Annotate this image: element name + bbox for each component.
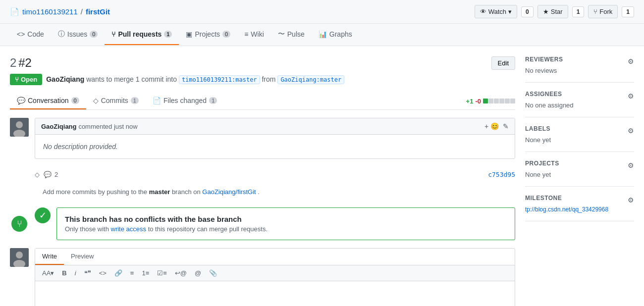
- tab-pull-requests-label: Pull requests: [118, 30, 161, 38]
- write-textarea[interactable]: [35, 281, 515, 306]
- comment-actions: + 😊 ✎: [484, 122, 509, 130]
- tab-pull-requests[interactable]: ⑂ Pull requests 1: [105, 24, 179, 45]
- diff-stats: +1 -0: [466, 98, 515, 105]
- write-access-link[interactable]: write access: [111, 225, 147, 233]
- commit-count: 2: [54, 171, 58, 178]
- merge-section: ⑂ ✓ This branch has no conflicts with th…: [10, 207, 515, 240]
- pr-source-branch[interactable]: GaoZiqiang:master: [277, 75, 344, 84]
- tab-wiki-label: Wiki: [251, 30, 264, 38]
- repo-separator: /: [81, 7, 83, 16]
- diff-block-6: [510, 99, 515, 103]
- tab-commits[interactable]: ◇ Commits 1: [86, 93, 146, 109]
- bold-tool[interactable]: B: [60, 268, 68, 278]
- tab-conversation-label: Conversation: [28, 97, 69, 104]
- diff-block-1: [483, 99, 488, 103]
- milestone-gear-icon[interactable]: ⚙: [628, 196, 634, 204]
- tab-conversation[interactable]: 💬 Conversation 0: [10, 93, 86, 109]
- diff-blocks: [483, 99, 515, 103]
- nav-tabs: <> Code ⓘ Issues 0 ⑂ Pull requests 1 ▣ P…: [0, 24, 644, 46]
- commit-hash[interactable]: c753d95: [488, 171, 515, 178]
- repo-header: 📄 timo1160139211 / firstGit 👁 Watch ▾ 0 …: [0, 0, 644, 24]
- pr-target-branch[interactable]: timo1160139211:master: [179, 75, 260, 84]
- comment-meta: GaoZiqiang commented just now: [41, 122, 138, 130]
- unordered-list-tool[interactable]: ≡: [128, 268, 136, 278]
- write-toolbar: AA▾ B i ❝❞ <> 🔗 ≡ 1≡ ☑≡ ↩@ @ 📎: [35, 265, 515, 281]
- watch-button[interactable]: 👁 Watch ▾: [475, 5, 517, 18]
- merge-box: This branch has no conflicts with the ba…: [56, 207, 515, 240]
- wiki-icon: ≡: [244, 30, 248, 38]
- sidebar-projects-value: None yet: [525, 171, 634, 178]
- edit-comment-button[interactable]: ✎: [503, 122, 509, 130]
- repo-file-icon: 📄: [10, 7, 19, 16]
- content-right: Reviewers ⚙ No reviews Assignees ⚙ No on…: [525, 56, 634, 306]
- sidebar-projects-title: Projects: [525, 160, 559, 167]
- svg-point-1: [16, 121, 23, 128]
- write-avatar-area: [10, 248, 29, 306]
- attach-tool[interactable]: 📎: [207, 268, 219, 278]
- projects-icon: ▣: [186, 30, 192, 38]
- emoji-tool[interactable]: @: [193, 268, 203, 278]
- merge-left-icon-area: ⑂: [10, 207, 29, 240]
- mention-tool[interactable]: ↩@: [173, 268, 189, 278]
- watermark-text: tp://blog.csdn.net/qq_33429968: [525, 206, 608, 213]
- tab-issues-label: Issues: [67, 30, 87, 38]
- sidebar-labels: Labels ⚙ None yet: [525, 125, 634, 152]
- write-avatar: [10, 248, 29, 267]
- tab-code[interactable]: <> Code: [10, 24, 51, 45]
- star-label: Star: [551, 8, 563, 15]
- merge-content: ✓ This branch has no conflicts with the …: [35, 207, 515, 240]
- merge-check-icon: ✓: [35, 207, 51, 223]
- edit-button[interactable]: Edit: [491, 56, 515, 70]
- files-count: 1: [209, 97, 217, 104]
- ordered-list-tool[interactable]: 1≡: [140, 268, 151, 278]
- pr-meta-text: GaoZiqiang wants to merge 1 commit into …: [46, 75, 344, 84]
- reviewers-gear-icon[interactable]: ⚙: [628, 57, 634, 65]
- pr-icon-small: ⑂: [15, 76, 19, 83]
- comment-header: GaoZiqiang commented just now + 😊 ✎: [35, 118, 515, 135]
- sub-tabs-left: 💬 Conversation 0 ◇ Commits 1 📄 Files cha…: [10, 93, 224, 109]
- tab-graphs[interactable]: 📊 Graphs: [312, 24, 359, 45]
- diff-deletions: -0: [475, 98, 481, 105]
- tab-pulse[interactable]: 〜 Pulse: [271, 24, 312, 46]
- repo-name-link[interactable]: firstGit: [86, 7, 110, 16]
- commit-circle-icon: ◇: [35, 171, 40, 178]
- link-tool[interactable]: 🔗: [112, 268, 124, 278]
- tab-projects-label: Projects: [195, 30, 220, 38]
- sidebar-milestone-header: Milestone ⚙: [525, 195, 634, 205]
- tab-pulse-label: Pulse: [287, 30, 305, 38]
- diff-additions: +1: [466, 98, 474, 105]
- projects-gear-icon[interactable]: ⚙: [628, 161, 634, 169]
- quote-tool[interactable]: ❝❞: [82, 268, 93, 278]
- write-tab-preview[interactable]: Preview: [64, 249, 101, 265]
- commit-line: ◇ 💬 2 c753d95: [10, 167, 515, 182]
- tab-projects[interactable]: ▣ Projects 0: [179, 24, 237, 45]
- sidebar-reviewers-title: Reviewers: [525, 56, 563, 63]
- commits-icon: ◇: [93, 97, 99, 104]
- fork-button[interactable]: ⑂ Fork: [588, 5, 618, 18]
- tab-issues[interactable]: ⓘ Issues 0: [51, 24, 105, 46]
- task-list-tool[interactable]: ☑≡: [155, 268, 169, 278]
- labels-gear-icon[interactable]: ⚙: [628, 127, 634, 135]
- tab-files-label: Files changed: [163, 97, 207, 104]
- sidebar-assignees-title: Assignees: [525, 91, 562, 98]
- comment-time: commented just now: [78, 123, 137, 130]
- pr-author: GaoZiqiang: [46, 75, 84, 83]
- code-tool[interactable]: <>: [97, 268, 108, 278]
- emoji-button[interactable]: + 😊: [484, 122, 499, 130]
- star-button[interactable]: ★ Star: [537, 5, 568, 18]
- pr-number-prefix: 2: [10, 56, 16, 69]
- push-info-repo-link[interactable]: GaoZiqiang/firstGit: [202, 188, 256, 196]
- assignees-gear-icon[interactable]: ⚙: [628, 92, 634, 100]
- sidebar-milestone-value: tp://blog.csdn.net/qq_33429968: [525, 205, 634, 213]
- fork-count: 1: [622, 6, 634, 17]
- watch-count: 0: [521, 6, 534, 17]
- issues-icon: ⓘ: [58, 30, 65, 39]
- tab-wiki[interactable]: ≡ Wiki: [237, 24, 271, 45]
- italic-tool[interactable]: i: [73, 268, 78, 278]
- sidebar-assignees-value: No one assigned: [525, 102, 634, 109]
- write-tab-write[interactable]: Write: [35, 249, 64, 265]
- repo-owner-link[interactable]: timo1160139211: [22, 7, 78, 16]
- push-info: Add more commits by pushing to the maste…: [35, 184, 515, 200]
- tab-files-changed[interactable]: 📄 Files changed 1: [146, 93, 224, 109]
- font-size-tool[interactable]: AA▾: [40, 268, 56, 278]
